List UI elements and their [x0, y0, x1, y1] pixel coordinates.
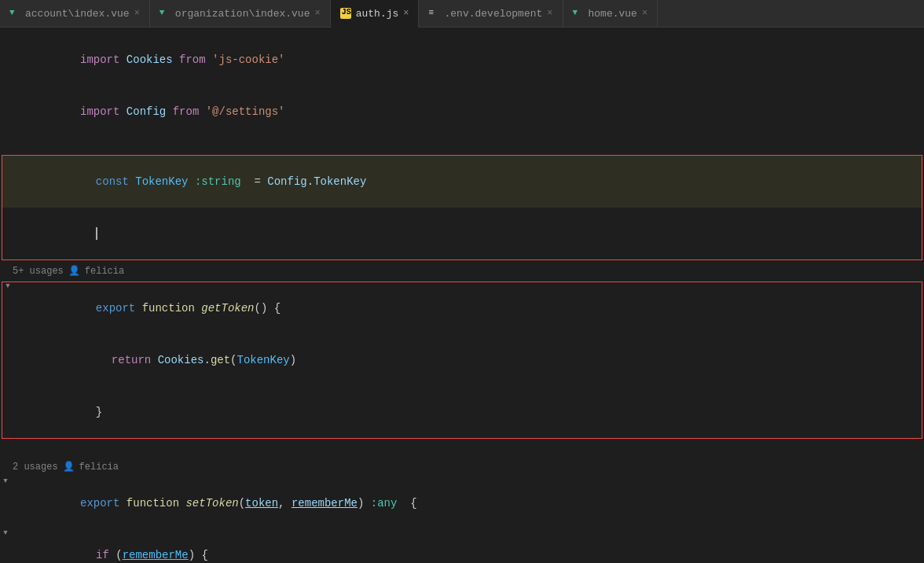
gettoken-highlight-box: ▼ export function getToken() { return Co… — [2, 282, 922, 439]
const-highlight-box: const TokenKey :string = Config.TokenKey — [2, 155, 922, 260]
tab-label: home.vue — [588, 8, 637, 20]
line-blank-2 — [0, 439, 924, 456]
line-gettoken-return: return Cookies.get(TokenKey) — [2, 334, 922, 386]
tab-home-vue[interactable]: ▼ home.vue × — [563, 0, 658, 27]
vue-icon: ▼ — [573, 8, 584, 19]
line-settoken-sig: ▼ export function setToken(token, rememb… — [0, 477, 924, 529]
line-gettoken-close: } — [2, 386, 922, 438]
line-cursor — [2, 208, 922, 259]
tab-account-index[interactable]: ▼ account\index.vue × — [0, 0, 150, 27]
env-icon: ≡ — [428, 8, 439, 19]
tab-auth-js[interactable]: JS auth.js × — [331, 0, 420, 28]
usages-bar-settoken: 2 usages 👤 felicia — [0, 459, 924, 474]
line-blank-1 — [0, 138, 924, 155]
user-icon: 👤 — [68, 265, 80, 277]
close-tab-icon[interactable]: × — [642, 8, 647, 19]
js-icon: JS — [340, 8, 351, 19]
close-tab-icon[interactable]: × — [547, 8, 552, 19]
tab-label: account\index.vue — [25, 8, 130, 20]
vue-icon: ▼ — [160, 8, 170, 19]
user-icon: 👤 — [63, 461, 75, 473]
usages-bar-const: 5+ usages 👤 felicia — [0, 263, 924, 278]
close-tab-icon[interactable]: × — [403, 8, 409, 19]
text-cursor — [96, 227, 97, 240]
vue-icon: ▼ — [9, 8, 20, 19]
tab-label: auth.js — [356, 8, 399, 20]
close-tab-icon[interactable]: × — [314, 8, 320, 19]
editor-container: ▼ account\index.vue × ▼ organization\ind… — [0, 0, 924, 563]
tab-org-index[interactable]: ▼ organization\index.vue × — [150, 0, 331, 27]
usages-count: 5+ usages — [13, 266, 64, 277]
code-content: import Cookies from 'js-cookie' import C… — [0, 28, 924, 563]
usages-count: 2 usages — [13, 462, 58, 473]
line-settoken-if: ▼ if (rememberMe) { — [0, 529, 924, 563]
tab-bar: ▼ account\index.vue × ▼ organization\ind… — [0, 0, 924, 28]
line-import-cookies: import Cookies from 'js-cookie' — [0, 34, 924, 86]
close-tab-icon[interactable]: × — [134, 8, 140, 19]
usages-author: felicia — [79, 462, 119, 473]
tab-label: .env.development — [444, 8, 542, 20]
code-editor[interactable]: import Cookies from 'js-cookie' import C… — [0, 28, 924, 563]
tab-label: organization\index.vue — [175, 8, 310, 20]
line-gettoken-sig: ▼ export function getToken() { — [2, 282, 922, 334]
line-const-tokenkey: const TokenKey :string = Config.TokenKey — [2, 156, 922, 208]
tab-env-dev[interactable]: ≡ .env.development × — [419, 0, 563, 27]
usages-author: felicia — [85, 266, 124, 277]
line-import-config: import Config from '@/settings' — [0, 86, 924, 138]
